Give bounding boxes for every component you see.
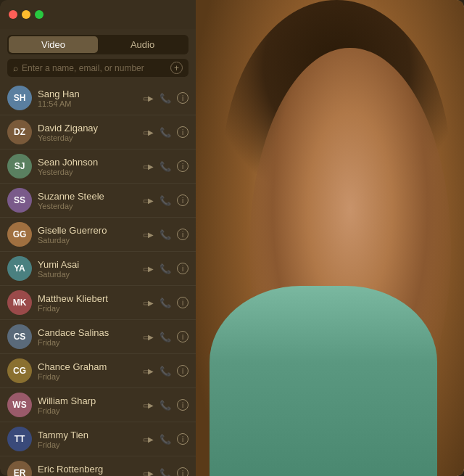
avatar: ER	[7, 461, 32, 476]
info-icon[interactable]: i	[177, 365, 188, 377]
video-call-icon[interactable]: ▭▶	[141, 298, 154, 308]
contact-name: William Sharp	[38, 395, 135, 406]
tab-video[interactable]: Video	[9, 36, 98, 53]
search-icon: ⌕	[13, 63, 18, 73]
info-icon[interactable]: i	[177, 399, 188, 411]
close-button[interactable]	[9, 10, 17, 19]
video-call-icon[interactable]: ▭▶	[141, 434, 154, 444]
contact-actions: ▭▶ 📞 i	[141, 229, 188, 240]
info-icon[interactable]: i	[177, 126, 188, 138]
contact-item[interactable]: DZ David Ziganay Yesterday ▭▶ 📞 i	[0, 115, 196, 149]
contact-name: Candace Salinas	[38, 327, 135, 338]
info-icon[interactable]: i	[177, 433, 188, 445]
traffic-lights	[9, 10, 44, 19]
contact-item[interactable]: SS Suzanne Steele Yesterday ▭▶ 📞 i	[0, 184, 196, 218]
contact-item[interactable]: MK Matthew Kliebert Friday ▭▶ 📞 i	[0, 286, 196, 320]
contact-actions: ▭▶ 📞 i	[141, 126, 188, 138]
info-icon[interactable]: i	[177, 160, 188, 172]
contact-time: Friday	[38, 304, 135, 313]
contact-name: Yumi Asai	[38, 259, 135, 270]
sidebar: Video Audio ⌕ + SH Sang Han 11:54 AM ▭▶ …	[0, 0, 196, 476]
video-call-icon[interactable]: ▭▶	[141, 400, 154, 410]
video-call-icon[interactable]: ▭▶	[141, 229, 154, 239]
info-icon[interactable]: i	[177, 467, 188, 476]
info-icon[interactable]: i	[177, 229, 188, 240]
contact-actions: ▭▶ 📞 i	[141, 263, 188, 274]
tab-bar: Video Audio	[7, 35, 188, 54]
contact-time: Saturday	[38, 236, 135, 245]
minimize-button[interactable]	[22, 10, 30, 19]
contact-item[interactable]: CG Chance Graham Friday ▭▶ 📞 i	[0, 354, 196, 388]
avatar: TT	[7, 427, 32, 451]
contact-name: Giselle Guerrero	[38, 225, 135, 236]
contact-name: Matthew Kliebert	[38, 293, 135, 304]
audio-call-icon[interactable]: 📞	[160, 434, 171, 445]
avatar: WS	[7, 393, 32, 417]
contact-time: Saturday	[38, 270, 135, 279]
contact-item[interactable]: ER Eric Rottenberg Thursday ▭▶ 📞 i	[0, 456, 196, 476]
contact-actions: ▭▶ 📞 i	[141, 365, 188, 377]
tab-audio[interactable]: Audio	[98, 36, 187, 53]
contact-time: Yesterday	[38, 168, 135, 176]
audio-call-icon[interactable]: 📞	[160, 400, 171, 411]
info-icon[interactable]: i	[177, 194, 188, 206]
contact-item[interactable]: WS William Sharp Friday ▭▶ 📞 i	[0, 388, 196, 422]
audio-call-icon[interactable]: 📞	[160, 298, 171, 308]
contact-list: SH Sang Han 11:54 AM ▭▶ 📞 i DZ David Zig…	[0, 81, 196, 476]
contact-time: Friday	[38, 440, 135, 449]
add-contact-button[interactable]: +	[170, 62, 183, 74]
avatar: DZ	[7, 120, 32, 144]
avatar: YA	[7, 256, 32, 281]
audio-call-icon[interactable]: 📞	[160, 127, 171, 138]
contact-item[interactable]: SJ Sean Johnson Yesterday ▭▶ 📞 i	[0, 149, 196, 184]
search-input[interactable]	[22, 63, 167, 73]
contact-actions: ▭▶ 📞 i	[141, 331, 188, 342]
contact-info: Suzanne Steele Yesterday	[38, 191, 135, 210]
contact-time: Friday	[38, 406, 135, 415]
contact-actions: ▭▶ 📞 i	[141, 92, 188, 104]
avatar: GG	[7, 222, 32, 247]
audio-call-icon[interactable]: 📞	[160, 195, 171, 206]
contact-name: Sang Han	[38, 89, 135, 99]
info-icon[interactable]: i	[177, 92, 188, 104]
contact-info: Matthew Kliebert Friday	[38, 293, 135, 313]
avatar: CG	[7, 358, 32, 383]
contact-actions: ▭▶ 📞 i	[141, 467, 188, 476]
audio-call-icon[interactable]: 📞	[160, 229, 171, 240]
video-call-icon[interactable]: ▭▶	[141, 127, 154, 137]
audio-call-icon[interactable]: 📞	[160, 93, 171, 104]
audio-call-icon[interactable]: 📞	[160, 366, 171, 377]
video-call-icon[interactable]: ▭▶	[141, 93, 154, 103]
maximize-button[interactable]	[35, 10, 44, 19]
contact-time: Yesterday	[38, 202, 135, 210]
avatar: CS	[7, 324, 32, 349]
audio-call-icon[interactable]: 📞	[160, 332, 171, 342]
background-photo	[196, 0, 464, 476]
info-icon[interactable]: i	[177, 263, 188, 274]
info-icon[interactable]: i	[177, 297, 188, 308]
video-call-icon[interactable]: ▭▶	[141, 161, 154, 171]
audio-call-icon[interactable]: 📞	[160, 468, 171, 477]
contact-actions: ▭▶ 📞 i	[141, 194, 188, 206]
video-call-icon[interactable]: ▭▶	[141, 332, 154, 342]
contact-item[interactable]: TT Tammy Tien Friday ▭▶ 📞 i	[0, 422, 196, 456]
contact-info: Sean Johnson Yesterday	[38, 157, 135, 176]
contact-info: Candace Salinas Friday	[38, 327, 135, 347]
contact-time: Yesterday	[38, 134, 135, 142]
audio-call-icon[interactable]: 📞	[160, 263, 171, 274]
video-call-icon[interactable]: ▭▶	[141, 468, 154, 476]
avatar: SS	[7, 188, 32, 213]
contact-name: David Ziganay	[38, 123, 135, 134]
contact-item[interactable]: SH Sang Han 11:54 AM ▭▶ 📞 i	[0, 81, 196, 115]
contact-item[interactable]: CS Candace Salinas Friday ▭▶ 📞 i	[0, 320, 196, 354]
contact-item[interactable]: GG Giselle Guerrero Saturday ▭▶ 📞 i	[0, 218, 196, 252]
video-call-icon[interactable]: ▭▶	[141, 263, 154, 274]
info-icon[interactable]: i	[177, 331, 188, 342]
audio-call-icon[interactable]: 📞	[160, 161, 171, 172]
contact-item[interactable]: YA Yumi Asai Saturday ▭▶ 📞 i	[0, 252, 196, 286]
title-bar	[0, 0, 196, 29]
avatar: SJ	[7, 154, 32, 178]
video-call-icon[interactable]: ▭▶	[141, 366, 154, 376]
video-call-icon[interactable]: ▭▶	[141, 195, 154, 205]
avatar: MK	[7, 290, 32, 315]
